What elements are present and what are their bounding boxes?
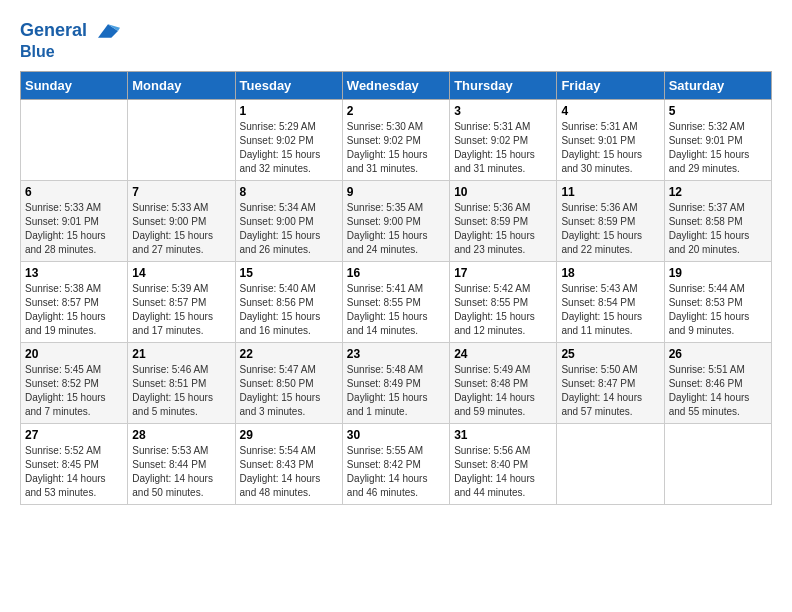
day-number: 1 [240, 104, 338, 118]
calendar-cell: 8Sunrise: 5:34 AMSunset: 9:00 PMDaylight… [235, 180, 342, 261]
day-info: Sunrise: 5:30 AMSunset: 9:02 PMDaylight:… [347, 120, 445, 176]
calendar-cell: 27Sunrise: 5:52 AMSunset: 8:45 PMDayligh… [21, 423, 128, 504]
day-number: 13 [25, 266, 123, 280]
calendar-cell [128, 99, 235, 180]
day-number: 15 [240, 266, 338, 280]
day-number: 7 [132, 185, 230, 199]
day-info: Sunrise: 5:44 AMSunset: 8:53 PMDaylight:… [669, 282, 767, 338]
day-number: 4 [561, 104, 659, 118]
weekday-header: Tuesday [235, 71, 342, 99]
weekday-header: Wednesday [342, 71, 449, 99]
day-info: Sunrise: 5:29 AMSunset: 9:02 PMDaylight:… [240, 120, 338, 176]
logo-text: General [20, 20, 122, 42]
day-number: 16 [347, 266, 445, 280]
day-number: 25 [561, 347, 659, 361]
day-number: 29 [240, 428, 338, 442]
calendar-cell: 10Sunrise: 5:36 AMSunset: 8:59 PMDayligh… [450, 180, 557, 261]
day-info: Sunrise: 5:36 AMSunset: 8:59 PMDaylight:… [561, 201, 659, 257]
calendar-header-row: SundayMondayTuesdayWednesdayThursdayFrid… [21, 71, 772, 99]
day-info: Sunrise: 5:41 AMSunset: 8:55 PMDaylight:… [347, 282, 445, 338]
day-info: Sunrise: 5:33 AMSunset: 9:01 PMDaylight:… [25, 201, 123, 257]
day-number: 21 [132, 347, 230, 361]
calendar-cell: 30Sunrise: 5:55 AMSunset: 8:42 PMDayligh… [342, 423, 449, 504]
day-info: Sunrise: 5:33 AMSunset: 9:00 PMDaylight:… [132, 201, 230, 257]
day-number: 11 [561, 185, 659, 199]
day-number: 28 [132, 428, 230, 442]
calendar-week-row: 1Sunrise: 5:29 AMSunset: 9:02 PMDaylight… [21, 99, 772, 180]
calendar-cell: 6Sunrise: 5:33 AMSunset: 9:01 PMDaylight… [21, 180, 128, 261]
day-info: Sunrise: 5:45 AMSunset: 8:52 PMDaylight:… [25, 363, 123, 419]
logo: General Blue [20, 20, 122, 61]
calendar-cell: 16Sunrise: 5:41 AMSunset: 8:55 PMDayligh… [342, 261, 449, 342]
day-info: Sunrise: 5:42 AMSunset: 8:55 PMDaylight:… [454, 282, 552, 338]
calendar-cell: 25Sunrise: 5:50 AMSunset: 8:47 PMDayligh… [557, 342, 664, 423]
day-number: 23 [347, 347, 445, 361]
day-number: 31 [454, 428, 552, 442]
calendar-table: SundayMondayTuesdayWednesdayThursdayFrid… [20, 71, 772, 505]
day-number: 20 [25, 347, 123, 361]
calendar-cell: 26Sunrise: 5:51 AMSunset: 8:46 PMDayligh… [664, 342, 771, 423]
weekday-header: Sunday [21, 71, 128, 99]
calendar-cell: 19Sunrise: 5:44 AMSunset: 8:53 PMDayligh… [664, 261, 771, 342]
day-info: Sunrise: 5:53 AMSunset: 8:44 PMDaylight:… [132, 444, 230, 500]
calendar-cell: 15Sunrise: 5:40 AMSunset: 8:56 PMDayligh… [235, 261, 342, 342]
calendar-week-row: 20Sunrise: 5:45 AMSunset: 8:52 PMDayligh… [21, 342, 772, 423]
day-info: Sunrise: 5:47 AMSunset: 8:50 PMDaylight:… [240, 363, 338, 419]
weekday-header: Friday [557, 71, 664, 99]
day-number: 5 [669, 104, 767, 118]
day-info: Sunrise: 5:32 AMSunset: 9:01 PMDaylight:… [669, 120, 767, 176]
day-info: Sunrise: 5:50 AMSunset: 8:47 PMDaylight:… [561, 363, 659, 419]
day-number: 10 [454, 185, 552, 199]
calendar-cell: 7Sunrise: 5:33 AMSunset: 9:00 PMDaylight… [128, 180, 235, 261]
day-info: Sunrise: 5:55 AMSunset: 8:42 PMDaylight:… [347, 444, 445, 500]
day-info: Sunrise: 5:39 AMSunset: 8:57 PMDaylight:… [132, 282, 230, 338]
calendar-cell: 2Sunrise: 5:30 AMSunset: 9:02 PMDaylight… [342, 99, 449, 180]
day-info: Sunrise: 5:43 AMSunset: 8:54 PMDaylight:… [561, 282, 659, 338]
calendar-cell: 28Sunrise: 5:53 AMSunset: 8:44 PMDayligh… [128, 423, 235, 504]
day-info: Sunrise: 5:37 AMSunset: 8:58 PMDaylight:… [669, 201, 767, 257]
day-number: 14 [132, 266, 230, 280]
calendar-cell: 18Sunrise: 5:43 AMSunset: 8:54 PMDayligh… [557, 261, 664, 342]
logo-text2: Blue [20, 42, 122, 61]
calendar-cell: 9Sunrise: 5:35 AMSunset: 9:00 PMDaylight… [342, 180, 449, 261]
day-number: 3 [454, 104, 552, 118]
calendar-cell: 5Sunrise: 5:32 AMSunset: 9:01 PMDaylight… [664, 99, 771, 180]
calendar-cell: 20Sunrise: 5:45 AMSunset: 8:52 PMDayligh… [21, 342, 128, 423]
calendar-cell: 3Sunrise: 5:31 AMSunset: 9:02 PMDaylight… [450, 99, 557, 180]
weekday-header: Saturday [664, 71, 771, 99]
day-info: Sunrise: 5:54 AMSunset: 8:43 PMDaylight:… [240, 444, 338, 500]
day-info: Sunrise: 5:48 AMSunset: 8:49 PMDaylight:… [347, 363, 445, 419]
day-number: 22 [240, 347, 338, 361]
day-info: Sunrise: 5:40 AMSunset: 8:56 PMDaylight:… [240, 282, 338, 338]
calendar-cell: 13Sunrise: 5:38 AMSunset: 8:57 PMDayligh… [21, 261, 128, 342]
day-info: Sunrise: 5:35 AMSunset: 9:00 PMDaylight:… [347, 201, 445, 257]
day-info: Sunrise: 5:31 AMSunset: 9:02 PMDaylight:… [454, 120, 552, 176]
calendar-cell: 4Sunrise: 5:31 AMSunset: 9:01 PMDaylight… [557, 99, 664, 180]
day-info: Sunrise: 5:52 AMSunset: 8:45 PMDaylight:… [25, 444, 123, 500]
day-number: 9 [347, 185, 445, 199]
day-number: 30 [347, 428, 445, 442]
calendar-cell: 24Sunrise: 5:49 AMSunset: 8:48 PMDayligh… [450, 342, 557, 423]
calendar-week-row: 13Sunrise: 5:38 AMSunset: 8:57 PMDayligh… [21, 261, 772, 342]
calendar-cell: 17Sunrise: 5:42 AMSunset: 8:55 PMDayligh… [450, 261, 557, 342]
day-number: 26 [669, 347, 767, 361]
calendar-cell: 1Sunrise: 5:29 AMSunset: 9:02 PMDaylight… [235, 99, 342, 180]
weekday-header: Monday [128, 71, 235, 99]
calendar-cell: 29Sunrise: 5:54 AMSunset: 8:43 PMDayligh… [235, 423, 342, 504]
day-info: Sunrise: 5:49 AMSunset: 8:48 PMDaylight:… [454, 363, 552, 419]
calendar-cell [21, 99, 128, 180]
day-number: 27 [25, 428, 123, 442]
day-info: Sunrise: 5:51 AMSunset: 8:46 PMDaylight:… [669, 363, 767, 419]
calendar-cell: 22Sunrise: 5:47 AMSunset: 8:50 PMDayligh… [235, 342, 342, 423]
day-number: 24 [454, 347, 552, 361]
day-info: Sunrise: 5:31 AMSunset: 9:01 PMDaylight:… [561, 120, 659, 176]
day-number: 12 [669, 185, 767, 199]
page-header: General Blue [20, 20, 772, 61]
day-number: 19 [669, 266, 767, 280]
calendar-cell: 14Sunrise: 5:39 AMSunset: 8:57 PMDayligh… [128, 261, 235, 342]
day-number: 8 [240, 185, 338, 199]
day-info: Sunrise: 5:36 AMSunset: 8:59 PMDaylight:… [454, 201, 552, 257]
calendar-cell [557, 423, 664, 504]
day-number: 2 [347, 104, 445, 118]
day-info: Sunrise: 5:56 AMSunset: 8:40 PMDaylight:… [454, 444, 552, 500]
